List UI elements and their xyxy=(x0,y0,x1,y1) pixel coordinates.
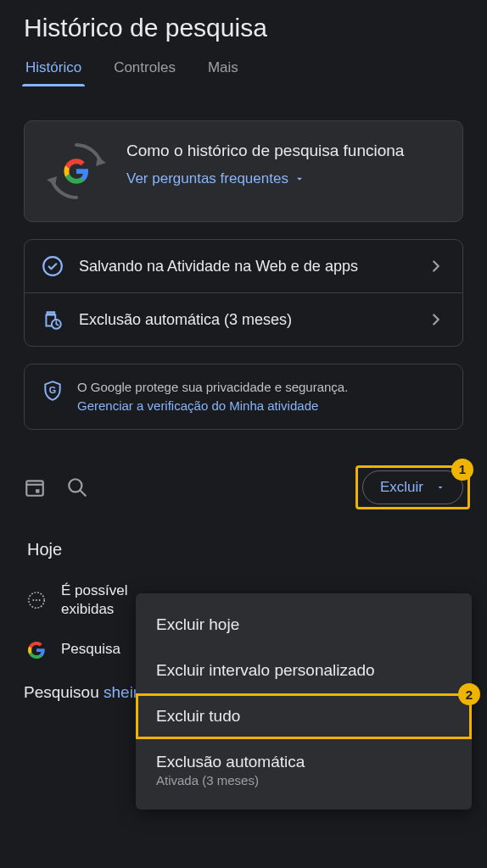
tab-mais[interactable]: Mais xyxy=(208,59,238,86)
svg-point-13 xyxy=(39,600,41,602)
svg-marker-0 xyxy=(96,157,106,166)
auto-delete-icon xyxy=(42,309,64,331)
calendar-icon[interactable] xyxy=(24,476,46,498)
section-header-hoje: Hoje xyxy=(0,523,487,571)
svg-rect-6 xyxy=(36,489,39,492)
tab-controles[interactable]: Controles xyxy=(114,59,176,86)
dropdown-item-auto[interactable]: Exclusão automática Ativada (3 meses) xyxy=(136,739,472,801)
svg-rect-5 xyxy=(26,481,43,495)
dropdown-item-custom[interactable]: Excluir intervalo personalizado xyxy=(136,648,472,693)
tabs: Histórico Controles Mais xyxy=(24,59,463,86)
annotation-badge-1: 1 xyxy=(451,459,473,481)
faq-card: Como o histórico de pesquisa funciona Ve… xyxy=(24,120,463,222)
annotation-badge-2: 2 xyxy=(458,683,480,705)
dropdown-item-today[interactable]: Excluir hoje xyxy=(136,602,472,648)
tab-historico[interactable]: Histórico xyxy=(25,59,81,86)
delete-button[interactable]: Excluir xyxy=(362,470,463,504)
chevron-right-icon xyxy=(427,257,445,275)
activity-text: Pesquisa xyxy=(61,640,120,659)
refresh-g-icon xyxy=(45,140,108,203)
delete-dropdown: Excluir hoje Excluir intervalo personali… xyxy=(136,593,472,810)
google-g-icon xyxy=(27,641,46,659)
settings-card: Salvando na Atividade na Web e de apps E… xyxy=(24,239,463,347)
privacy-link[interactable]: Gerenciar a verificação do Minha ativida… xyxy=(77,398,318,413)
svg-point-11 xyxy=(32,600,34,602)
settings-label: Exclusão automática (3 meses) xyxy=(79,309,411,330)
page-title: Histórico de pesquisa xyxy=(24,14,463,42)
svg-point-12 xyxy=(36,600,37,602)
dropdown-item-all[interactable]: 2 Excluir tudo xyxy=(136,693,472,739)
faq-link[interactable]: Ver perguntas frequentes xyxy=(126,170,305,187)
faq-title: Como o histórico de pesquisa funciona xyxy=(126,140,442,162)
settings-label: Salvando na Atividade na Web e de apps xyxy=(79,256,411,276)
activity-text: É possívelexibidas xyxy=(61,581,127,620)
settings-row-activity[interactable]: Salvando na Atividade na Web e de apps xyxy=(25,240,462,292)
caret-down-icon xyxy=(294,173,305,185)
svg-text:G: G xyxy=(49,385,56,395)
caret-down-icon xyxy=(435,482,445,492)
shield-icon: G xyxy=(42,380,64,402)
svg-line-9 xyxy=(80,490,86,496)
svg-point-2 xyxy=(43,257,62,275)
svg-marker-1 xyxy=(47,176,57,186)
info-icon xyxy=(27,591,46,609)
privacy-text: O Google protege sua privacidade e segur… xyxy=(77,380,348,394)
settings-row-autodelete[interactable]: Exclusão automática (3 meses) xyxy=(25,292,462,346)
dropdown-sub: Ativada (3 meses) xyxy=(156,773,451,787)
chevron-right-icon xyxy=(427,310,445,329)
check-circle-icon xyxy=(42,255,64,277)
search-icon[interactable] xyxy=(66,476,88,498)
privacy-card: G O Google protege sua privacidade e seg… xyxy=(24,364,463,430)
toolbar: 1 Excluir xyxy=(0,447,487,523)
